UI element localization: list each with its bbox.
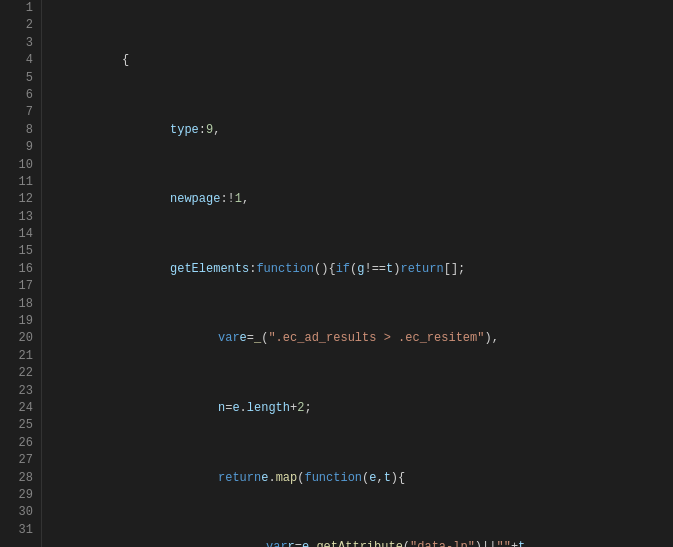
line-num: 8: [8, 122, 33, 139]
line-num: 2: [8, 17, 33, 34]
line-num: 30: [8, 504, 33, 521]
code-line: n=e.length+2;: [50, 400, 673, 417]
line-num: 9: [8, 139, 33, 156]
line-num: 22: [8, 365, 33, 382]
line-num: 21: [8, 348, 33, 365]
line-num: 12: [8, 191, 33, 208]
line-num: 10: [8, 157, 33, 174]
line-num: 27: [8, 452, 33, 469]
code-line: getElements:function(){if(g!==t)return[]…: [50, 261, 673, 278]
line-num: 16: [8, 261, 33, 278]
line-num: 28: [8, 470, 33, 487]
line-num: 17: [8, 278, 33, 295]
line-num: 19: [8, 313, 33, 330]
line-numbers: 1 2 3 4 5 6 7 8 9 10 11 12 13 14 15 16 1…: [0, 0, 42, 547]
line-num: 15: [8, 243, 33, 260]
line-num: 23: [8, 383, 33, 400]
line-num: 20: [8, 330, 33, 347]
line-num: 25: [8, 417, 33, 434]
line-num: 26: [8, 435, 33, 452]
line-num: 6: [8, 87, 33, 104]
code-editor: 1 2 3 4 5 6 7 8 9 10 11 12 13 14 15 16 1…: [0, 0, 673, 547]
line-num: 13: [8, 209, 33, 226]
code-line: var e=_(".ec_ad_results > .ec_resitem"),: [50, 330, 673, 347]
code-line: newpage:!1,: [50, 191, 673, 208]
code-line: var r=e.getAttribute("data-lp")||""+t,: [50, 539, 673, 547]
line-num: 1: [8, 0, 33, 17]
line-num: 4: [8, 52, 33, 69]
line-num: 18: [8, 296, 33, 313]
line-num: 5: [8, 70, 33, 87]
code-line: return e.map(function(e,t){: [50, 470, 673, 487]
line-num: 14: [8, 226, 33, 243]
line-num: 3: [8, 35, 33, 52]
line-num: 31: [8, 522, 33, 539]
line-num: 11: [8, 174, 33, 191]
code-content[interactable]: { type:9, newpage:!1, getElements:functi…: [42, 0, 673, 547]
code-line: {: [50, 52, 673, 69]
line-num: 24: [8, 400, 33, 417]
line-num: 7: [8, 104, 33, 121]
code-line: type:9,: [50, 122, 673, 139]
line-num: 29: [8, 487, 33, 504]
